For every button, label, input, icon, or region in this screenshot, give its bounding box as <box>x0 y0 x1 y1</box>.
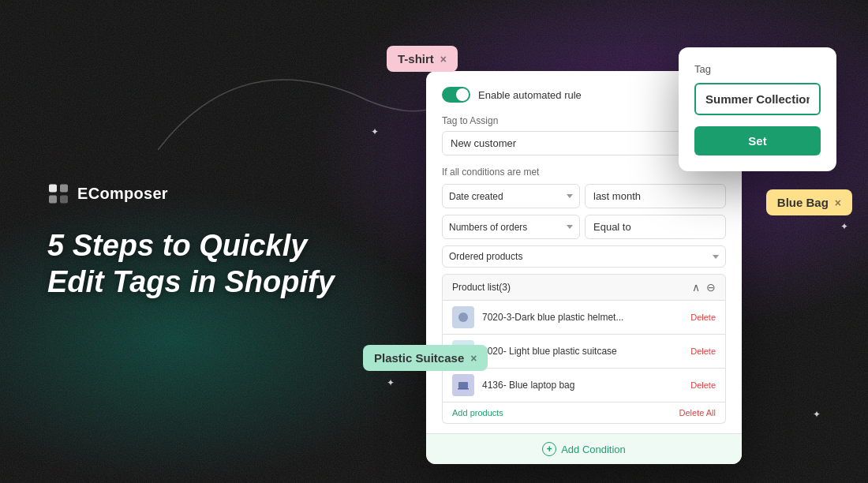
product-thumb-3 <box>452 374 474 396</box>
product-item-1: 7020-3-Dark blue plastic helmet... Delet… <box>442 301 726 335</box>
tag-chip-bluebag: Blue Bag × <box>766 189 852 215</box>
svg-rect-3 <box>60 195 68 203</box>
tag-chip-suitcase: Plastic Suitcase × <box>363 345 488 371</box>
main-title: 5 Steps to Quickly Edit Tags in Shopify <box>47 228 335 300</box>
chevron-up-icon[interactable]: ∧ <box>692 281 700 294</box>
product-name-1: 7020-3-Dark blue plastic helmet... <box>482 312 683 323</box>
title-line1: 5 Steps to Quickly <box>47 229 307 262</box>
product-item-3: 4136- Blue laptop bag Delete <box>442 369 726 402</box>
svg-rect-1 <box>60 184 68 192</box>
svg-rect-8 <box>458 388 469 390</box>
suitcase-label: Plastic Suitcase <box>374 351 464 365</box>
suitcase-close[interactable]: × <box>470 352 477 365</box>
set-button[interactable]: Set <box>694 126 821 155</box>
equal-to-input[interactable] <box>585 215 726 239</box>
product-name-2: 2020- Light blue plastic suitcase <box>482 346 683 357</box>
tshirt-close[interactable]: × <box>440 53 447 66</box>
date-condition-row: Date created <box>442 184 726 208</box>
add-products-link[interactable]: Add products <box>452 408 503 417</box>
bluebag-label: Blue Bag <box>777 196 829 209</box>
title-line2: Edit Tags in Shopify <box>47 265 335 298</box>
bluebag-close[interactable]: × <box>835 197 841 209</box>
last-month-input[interactable] <box>585 184 726 208</box>
product-footer: Add products Delete All <box>442 402 726 424</box>
delete-btn-1[interactable]: Delete <box>690 313 716 322</box>
tag-chip-tshirt: T-shirt × <box>387 46 458 72</box>
date-created-select[interactable]: Date created <box>442 184 580 208</box>
add-condition-row[interactable]: + Add Condition <box>426 433 742 464</box>
ordered-products-select[interactable]: Ordered products <box>442 245 726 268</box>
product-list-icons: ∧ ⊖ <box>692 281 716 294</box>
tag-card-label: Tag <box>694 63 821 75</box>
delete-all-link[interactable]: Delete All <box>679 408 716 417</box>
svg-rect-2 <box>49 195 57 203</box>
minus-icon[interactable]: ⊖ <box>706 281 716 294</box>
orders-condition-row: Numbers of orders <box>442 215 726 239</box>
right-content: T-shirt × Plastic Suitcase × Blue Bag × … <box>402 24 844 450</box>
left-content: EComposer 5 Steps to Quickly Edit Tags i… <box>47 182 335 300</box>
tag-card: Tag Set <box>679 47 836 171</box>
svg-rect-7 <box>458 382 468 388</box>
add-condition-icon: + <box>542 442 556 456</box>
svg-point-4 <box>458 313 468 322</box>
tshirt-label: T-shirt <box>398 52 434 66</box>
product-list-label: Product list(3) <box>452 282 511 293</box>
product-name-3: 4136- Blue laptop bag <box>482 380 683 391</box>
product-thumb-1 <box>452 306 474 328</box>
toggle-label: Enable automated rule <box>478 89 582 101</box>
delete-btn-2[interactable]: Delete <box>690 346 716 356</box>
logo-text: EComposer <box>77 185 168 203</box>
ordered-products-row: Ordered products <box>442 245 726 268</box>
logo-icon <box>47 182 69 204</box>
product-list-header: Product list(3) ∧ ⊖ <box>442 274 726 301</box>
automated-rule-toggle[interactable] <box>442 87 470 103</box>
tag-input[interactable] <box>694 83 821 115</box>
add-condition-text: Add Condition <box>561 444 626 455</box>
delete-btn-3[interactable]: Delete <box>690 380 716 390</box>
numbers-orders-select[interactable]: Numbers of orders <box>442 215 580 239</box>
logo: EComposer <box>47 182 335 204</box>
svg-rect-0 <box>49 184 57 192</box>
